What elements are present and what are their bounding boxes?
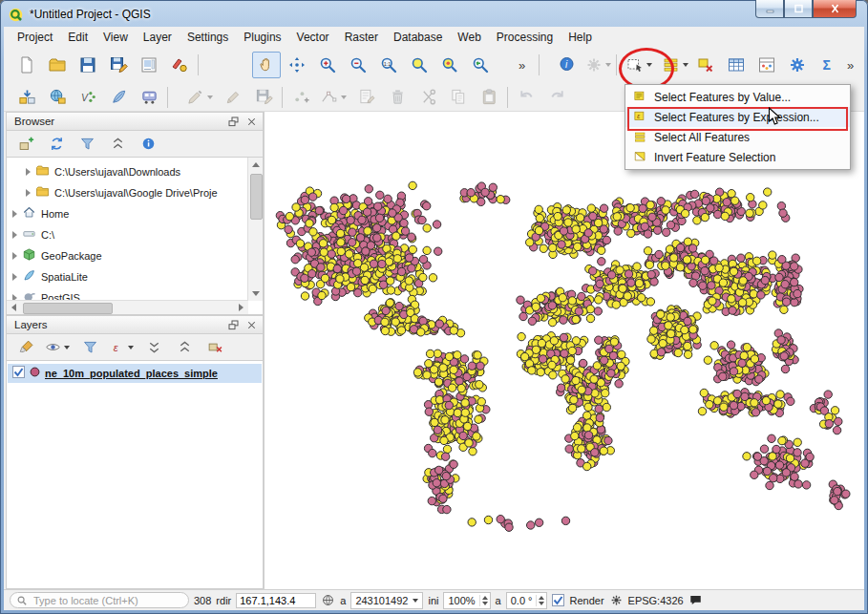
expression-filter-button[interactable]: ε xyxy=(106,334,138,361)
new-spatialite-layer-button[interactable] xyxy=(104,85,133,110)
layers-panel-titlebar[interactable]: Layers xyxy=(6,315,264,334)
new-project-button[interactable] xyxy=(12,52,41,78)
new-shapefile-layer-button[interactable]: V xyxy=(74,85,102,110)
pan-to-selection-button[interactable] xyxy=(283,52,311,78)
scrollbar-thumb[interactable] xyxy=(23,303,113,314)
style-manager-button[interactable] xyxy=(165,52,194,78)
data-source-manager-button[interactable] xyxy=(12,85,41,110)
crs-label[interactable]: EPSG:4326 xyxy=(628,595,684,606)
browser-item[interactable]: PostGIS xyxy=(7,287,248,301)
add-vector-layer-button[interactable] xyxy=(43,85,72,110)
render-checkbox[interactable] xyxy=(552,594,564,606)
menu-web[interactable]: Web xyxy=(450,29,488,46)
processing-toolbox-button[interactable] xyxy=(783,52,812,78)
menu-settings[interactable]: Settings xyxy=(180,29,236,46)
toolbar-overflow-button-2[interactable]: » xyxy=(844,52,863,78)
zoom-last-button[interactable] xyxy=(466,52,495,78)
title-bar[interactable]: *Untitled Project - QGIS xyxy=(8,4,706,25)
enable-properties-button[interactable] xyxy=(134,131,162,158)
zoom-in-button[interactable] xyxy=(313,52,342,78)
layer-styling-button[interactable] xyxy=(11,334,40,361)
locator-search[interactable] xyxy=(10,592,189,608)
open-project-button[interactable] xyxy=(43,52,72,78)
collapse-all-button[interactable] xyxy=(103,131,132,158)
browser-item[interactable]: C:\ xyxy=(7,224,248,245)
delete-selected-button[interactable] xyxy=(383,85,412,110)
magnifier-spinbox[interactable]: 100% xyxy=(443,592,490,609)
menu-plugins[interactable]: Plugins xyxy=(236,29,288,46)
copy-features-button[interactable] xyxy=(444,85,473,110)
locator-input[interactable] xyxy=(32,594,182,607)
browser-item[interactable]: SpatiaLite xyxy=(7,266,248,287)
pan-map-button[interactable] xyxy=(252,52,281,78)
new-print-layout-button[interactable] xyxy=(135,52,163,78)
menu-layer[interactable]: Layer xyxy=(136,29,180,46)
paste-features-button[interactable] xyxy=(475,85,503,110)
menu-item-select-features-by-expression[interactable]: εSelect Features by Expression... xyxy=(625,107,850,127)
save-project-button[interactable] xyxy=(74,52,102,78)
field-calculator-button[interactable] xyxy=(752,52,781,78)
extents-globe-icon[interactable] xyxy=(321,593,335,607)
run-feature-action-button[interactable] xyxy=(583,52,612,78)
identify-features-button[interactable]: i xyxy=(553,52,582,78)
browser-item[interactable]: C:\Users\ujaval\Google Drive\Proje xyxy=(7,182,248,203)
zoom-to-selection-button[interactable] xyxy=(435,52,464,78)
vertical-scrollbar[interactable] xyxy=(247,158,263,301)
save-layer-edits-button[interactable] xyxy=(249,85,278,110)
expand-all-layers-button[interactable] xyxy=(139,334,168,361)
deselect-features-button[interactable] xyxy=(691,52,720,78)
open-attribute-table-button[interactable] xyxy=(722,52,751,78)
crs-gear-icon[interactable] xyxy=(609,593,624,607)
browser-item[interactable]: Home xyxy=(7,203,248,224)
filter-browser-button[interactable] xyxy=(73,131,101,158)
close-button[interactable] xyxy=(813,0,857,18)
menu-project[interactable]: Project xyxy=(10,29,60,46)
refresh-browser-button[interactable] xyxy=(42,131,71,158)
browser-panel-titlebar[interactable]: Browser xyxy=(6,112,264,131)
close-panel-button[interactable] xyxy=(243,114,259,129)
menu-database[interactable]: Database xyxy=(386,29,450,46)
menu-raster[interactable]: Raster xyxy=(337,29,386,46)
chevron-down-icon[interactable] xyxy=(605,53,611,77)
menu-vector[interactable]: Vector xyxy=(289,29,337,46)
expander-icon[interactable] xyxy=(26,189,31,197)
map-themes-button[interactable] xyxy=(42,334,74,361)
current-edits-button[interactable] xyxy=(183,85,217,110)
expander-icon[interactable] xyxy=(12,273,17,281)
horizontal-scrollbar[interactable] xyxy=(7,300,248,314)
modify-attributes-button[interactable] xyxy=(352,85,381,110)
map-canvas[interactable] xyxy=(264,112,864,589)
menu-processing[interactable]: Processing xyxy=(489,29,561,46)
expander-icon[interactable] xyxy=(12,231,17,239)
chevron-down-icon[interactable] xyxy=(340,86,348,109)
collapse-all-layers-button[interactable] xyxy=(170,334,199,361)
expander-icon[interactable] xyxy=(26,168,31,176)
scrollbar-thumb[interactable] xyxy=(250,174,263,220)
undo-button[interactable] xyxy=(512,85,540,110)
menu-help[interactable]: Help xyxy=(561,29,600,46)
scale-combobox[interactable]: 243101492 xyxy=(350,592,423,609)
vertex-tool-button[interactable] xyxy=(317,85,350,110)
minimize-button[interactable] xyxy=(755,0,784,18)
browser-item[interactable]: C:\Users\ujaval\Downloads xyxy=(7,161,248,182)
toolbar-overflow-button[interactable]: » xyxy=(516,52,535,78)
chevron-down-icon[interactable] xyxy=(683,53,688,77)
menu-item-select-features-by-value[interactable]: Select Features by Value... xyxy=(625,87,850,107)
remove-layer-button[interactable] xyxy=(201,334,229,361)
save-project-as-button[interactable] xyxy=(104,52,133,78)
maximize-button[interactable] xyxy=(784,0,813,18)
add-point-feature-button[interactable] xyxy=(286,85,315,110)
cut-features-button[interactable] xyxy=(413,85,442,110)
coordinate-input[interactable] xyxy=(236,593,316,608)
menu-edit[interactable]: Edit xyxy=(60,29,95,46)
messages-icon[interactable] xyxy=(688,593,703,607)
menu-view[interactable]: View xyxy=(95,29,136,46)
menu-item-invert-feature-selection[interactable]: Invert Feature Selection xyxy=(625,147,850,167)
zoom-out-button[interactable] xyxy=(344,52,372,78)
expander-icon[interactable] xyxy=(12,252,17,260)
chevron-down-icon[interactable] xyxy=(63,335,71,360)
close-panel-button[interactable] xyxy=(243,317,259,332)
zoom-full-button[interactable] xyxy=(405,52,434,78)
expander-icon[interactable] xyxy=(12,210,17,218)
redo-button[interactable] xyxy=(542,85,571,110)
